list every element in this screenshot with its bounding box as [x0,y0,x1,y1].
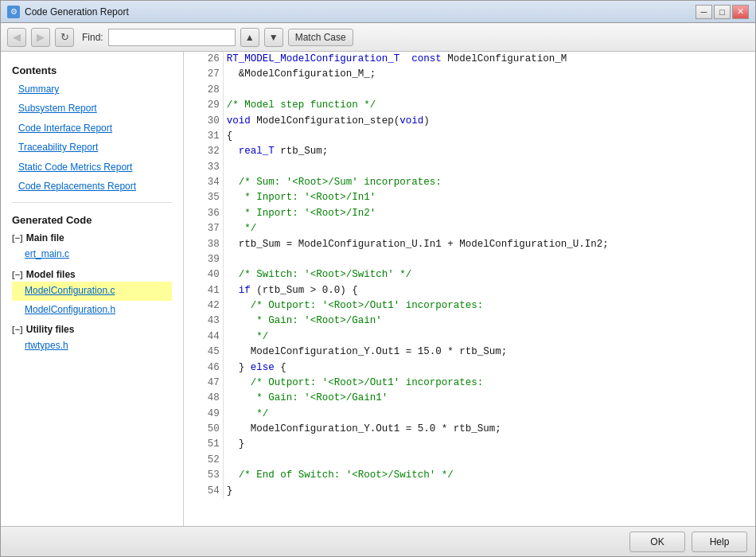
help-button[interactable]: Help [692,532,747,552]
line-number: 37 [184,221,223,236]
line-number: 43 [184,314,223,329]
model-file-collapse[interactable]: [−] [12,270,23,279]
table-row: 26RT_MODEL_ModelConfiguration_T const Mo… [184,52,755,67]
line-content: if (rtb_Sum > 0.0) { [223,283,755,298]
line-content: void ModelConfiguration_step(void) [223,114,755,129]
table-row: 42 /* Outport: '<Root>/Out1' incorporate… [184,298,755,314]
sidebar-link-static-metrics[interactable]: Static Code Metrics Report [1,158,183,177]
line-content [223,453,755,468]
utility-file-header: [−] Utility files [12,324,172,335]
title-buttons: ─ □ ✕ [696,5,749,19]
table-row: 54} [184,484,755,499]
line-content: /* Model step function */ [223,98,755,113]
line-content: /* Sum: '<Root>/Sum' incorporates: [223,175,755,190]
line-number: 29 [184,98,223,113]
table-row: 47 /* Outport: '<Root>/Out1' incorporate… [184,376,755,391]
file-ert-main[interactable]: ert_main.c [12,245,172,264]
table-row: 52 [184,453,755,468]
find-down-button[interactable]: ▼ [264,28,283,47]
line-content: } [223,484,755,499]
sidebar-link-summary[interactable]: Summary [1,80,183,99]
main-window: ⚙ Code Generation Report ─ □ ✕ ◀ ▶ ↻ Fin… [0,0,756,557]
match-case-button[interactable]: Match Case [288,29,353,46]
main-file-collapse[interactable]: [−] [12,233,23,243]
line-content: /* Outport: '<Root>/Out1' incorporates: [223,376,755,391]
table-row: 49 */ [184,407,755,422]
line-content: * Gain: '<Root>/Gain1' [223,391,755,406]
utility-file-collapse[interactable]: [−] [12,325,23,334]
generated-code-title: Generated Code [1,209,183,229]
line-number: 35 [184,190,223,205]
sidebar-link-subsystem[interactable]: Subsystem Report [1,99,183,118]
line-content: */ [223,407,755,422]
line-content: /* Switch: '<Root>/Switch' */ [223,267,755,282]
line-number: 39 [184,252,223,267]
table-row: 29/* Model step function */ [184,98,755,113]
find-input[interactable] [108,29,236,46]
line-number: 44 [184,329,223,345]
table-row: 36 * Inport: '<Root>/In2' [184,206,755,221]
table-row: 39 [184,252,755,267]
code-scroll[interactable]: 26RT_MODEL_ModelConfiguration_T const Mo… [184,52,755,526]
line-content: */ [223,329,755,345]
line-content: rtb_Sum = ModelConfiguration_U.In1 + Mod… [223,237,755,252]
table-row: 43 * Gain: '<Root>/Gain' [184,314,755,329]
line-content: } [223,437,755,452]
back-button[interactable]: ◀ [7,28,26,47]
line-number: 53 [184,468,223,483]
line-number: 26 [184,52,223,67]
line-number: 42 [184,298,223,314]
utility-file-section: [−] Utility files rtwtypes.h [1,321,183,357]
line-content: RT_MODEL_ModelConfiguration_T const Mode… [223,52,755,67]
refresh-button[interactable]: ↻ [55,28,74,47]
find-label: Find: [82,32,103,43]
maximize-button[interactable]: □ [714,5,731,19]
line-number: 41 [184,283,223,298]
line-number: 33 [184,160,223,175]
line-number: 47 [184,376,223,391]
table-row: 34 /* Sum: '<Root>/Sum' incorporates: [184,175,755,190]
file-modelconfig-h[interactable]: ModelConfiguration.h [12,301,172,320]
table-row: 30void ModelConfiguration_step(void) [184,114,755,129]
line-content: ModelConfiguration_Y.Out1 = 5.0 * rtb_Su… [223,422,755,437]
line-content: } else { [223,360,755,376]
ok-button[interactable]: OK [629,532,685,552]
line-number: 52 [184,453,223,468]
line-content [223,252,755,267]
toolbar: ◀ ▶ ↻ Find: ▲ ▼ Match Case [1,23,755,52]
file-modelconfig-c[interactable]: ModelConfiguration.c [12,282,172,301]
bottom-bar: OK Help [1,526,755,556]
minimize-button[interactable]: ─ [696,5,712,19]
table-row: 50 ModelConfiguration_Y.Out1 = 5.0 * rtb… [184,422,755,437]
line-content [223,83,755,98]
table-row: 46 } else { [184,360,755,376]
table-row: 33 [184,160,755,175]
code-content-area: 26RT_MODEL_ModelConfiguration_T const Mo… [184,52,755,526]
model-file-section: [−] Model files ModelConfiguration.c Mod… [1,266,183,321]
line-number: 48 [184,391,223,406]
line-number: 50 [184,422,223,437]
sidebar-link-code-replacements[interactable]: Code Replacements Report [1,177,183,196]
line-number: 46 [184,360,223,376]
table-row: 37 */ [184,221,755,236]
table-row: 38 rtb_Sum = ModelConfiguration_U.In1 + … [184,237,755,252]
model-file-header: [−] Model files [12,269,172,280]
sidebar-link-traceability[interactable]: Traceability Report [1,138,183,157]
find-up-button[interactable]: ▲ [240,28,259,47]
line-number: 34 [184,175,223,190]
table-row: 51 } [184,437,755,452]
model-file-label: Model files [26,269,76,280]
table-row: 53 /* End of Switch: '<Root>/Switch' */ [184,468,755,483]
line-number: 30 [184,114,223,129]
file-rtwtypes-h[interactable]: rtwtypes.h [12,337,172,356]
main-file-section: [−] Main file ert_main.c [1,229,183,266]
line-number: 38 [184,237,223,252]
utility-file-label: Utility files [26,324,75,335]
line-content: ModelConfiguration_Y.Out1 = 15.0 * rtb_S… [223,345,755,360]
forward-button[interactable]: ▶ [31,28,50,47]
contents-title: Contents [1,60,183,80]
close-button[interactable]: ✕ [732,5,749,19]
title-left: ⚙ Code Generation Report [7,6,129,18]
sidebar-link-code-interface[interactable]: Code Interface Report [1,119,183,138]
line-content: * Inport: '<Root>/In1' [223,190,755,205]
